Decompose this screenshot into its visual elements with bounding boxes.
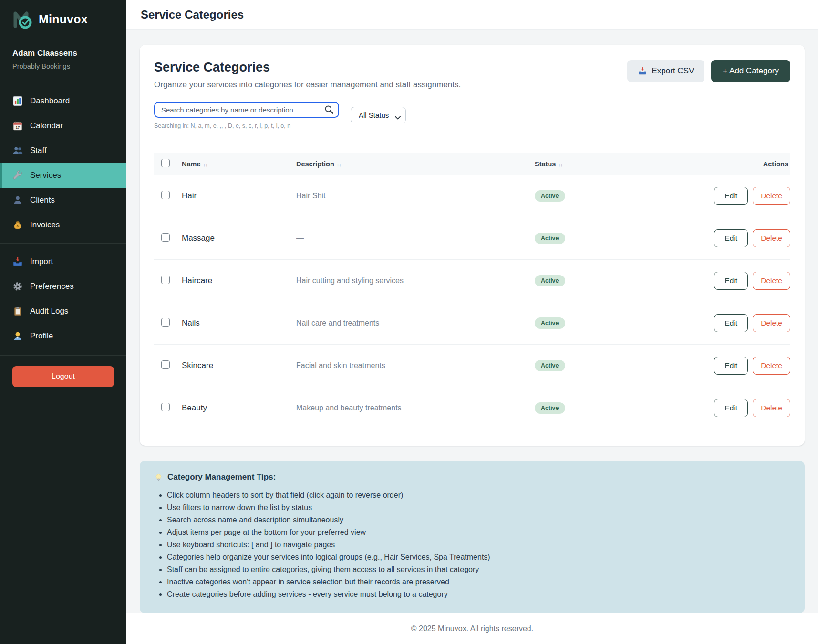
- tips-list: Click column headers to sort by that fie…: [157, 489, 790, 601]
- clipboard-icon: [12, 306, 23, 317]
- minuvox-logo-icon: [11, 9, 32, 30]
- category-description: —: [291, 217, 530, 260]
- svg-text:17: 17: [16, 125, 20, 130]
- edit-button[interactable]: Edit: [714, 314, 748, 332]
- tip-item: Categories help organize your services i…: [167, 551, 790, 563]
- user-info: Adam Claassens Probably Bookings: [0, 39, 126, 81]
- sidebar-item-profile[interactable]: Profile: [0, 324, 126, 348]
- export-csv-button[interactable]: Export CSV: [627, 60, 705, 82]
- sidebar-item-label: Services: [30, 171, 61, 180]
- edit-button[interactable]: Edit: [714, 187, 748, 205]
- row-checkbox[interactable]: [161, 360, 170, 369]
- edit-button[interactable]: Edit: [714, 357, 748, 375]
- row-checkbox[interactable]: [161, 191, 170, 199]
- page-title: Service Categories: [141, 8, 244, 21]
- table-row: Nails Nail care and treatments Active Ed…: [154, 302, 790, 345]
- column-header-name[interactable]: Name↑↓: [177, 153, 291, 175]
- category-description: Hair cutting and styling services: [291, 260, 530, 302]
- svg-text:$: $: [16, 224, 19, 228]
- table-row: Beauty Makeup and beauty treatments Acti…: [154, 387, 790, 429]
- sort-icon: ↑↓: [558, 162, 562, 167]
- sidebar-item-label: Preferences: [30, 282, 74, 291]
- category-description: Facial and skin treatments: [291, 345, 530, 387]
- category-name: Haircare: [177, 260, 291, 302]
- row-checkbox[interactable]: [161, 233, 170, 242]
- divider: [154, 142, 790, 142]
- sidebar-item-calendar[interactable]: 17 Calendar: [0, 113, 126, 138]
- edit-button[interactable]: Edit: [714, 399, 748, 417]
- tip-item: Create categories before adding services…: [167, 588, 790, 601]
- sidebar-item-label: Invoices: [30, 220, 60, 230]
- sidebar-nav: Dashboard 17 Calendar Staff Services Cli…: [0, 81, 126, 348]
- tips-title: Category Management Tips:: [167, 472, 276, 482]
- sort-icon: ↑↓: [203, 162, 207, 167]
- tip-item: Use keyboard shortcuts: [ and ] to navig…: [167, 539, 790, 551]
- status-badge: Active: [535, 360, 565, 371]
- main-area: Service Categories Service Categories Or…: [126, 0, 818, 644]
- sidebar-item-dashboard[interactable]: Dashboard: [0, 89, 126, 113]
- search-input[interactable]: [154, 102, 339, 118]
- sidebar-item-label: Staff: [30, 146, 47, 155]
- status-badge: Active: [535, 402, 565, 414]
- delete-button[interactable]: Delete: [753, 314, 790, 332]
- sidebar-item-services[interactable]: Services: [0, 163, 126, 188]
- tip-item: Adjust items per page at the bottom for …: [167, 526, 790, 539]
- sidebar-item-staff[interactable]: Staff: [0, 138, 126, 163]
- sidebar-item-label: Audit Logs: [30, 307, 68, 316]
- tip-item: Staff can be assigned to entire categori…: [167, 563, 790, 576]
- sidebar-item-label: Profile: [30, 331, 53, 341]
- user-name: Adam Claassens: [12, 49, 114, 58]
- table-row: Haircare Hair cutting and styling servic…: [154, 260, 790, 302]
- sort-icon: ↑↓: [337, 162, 341, 167]
- sidebar-item-import[interactable]: Import: [0, 249, 126, 274]
- category-name: Massage: [177, 217, 291, 260]
- delete-button[interactable]: Delete: [753, 229, 790, 247]
- column-header-status[interactable]: Status↑↓: [530, 153, 673, 175]
- category-name: Beauty: [177, 387, 291, 429]
- table-row: Skincare Facial and skin treatments Acti…: [154, 345, 790, 387]
- brand-header: Minuvox: [0, 0, 126, 39]
- status-badge: Active: [535, 317, 565, 329]
- column-header-description[interactable]: Description↑↓: [291, 153, 530, 175]
- delete-button[interactable]: Delete: [753, 272, 790, 290]
- sidebar-item-preferences[interactable]: Preferences: [0, 274, 126, 299]
- tip-item: Use filters to narrow down the list by s…: [167, 501, 790, 514]
- sidebar-item-clients[interactable]: Clients: [0, 188, 126, 213]
- logout-button[interactable]: Logout: [12, 366, 114, 387]
- delete-button[interactable]: Delete: [753, 187, 790, 205]
- search-hint: Searching in: N, a, m, e, ,, , D, e, s, …: [154, 123, 339, 129]
- sidebar-item-audit-logs[interactable]: Audit Logs: [0, 299, 126, 324]
- tip-item: Click column headers to sort by that fie…: [167, 489, 790, 501]
- add-category-button[interactable]: + Add Category: [711, 60, 790, 82]
- inbox-tray-icon: [12, 256, 23, 267]
- delete-button[interactable]: Delete: [753, 357, 790, 375]
- edit-button[interactable]: Edit: [714, 272, 748, 290]
- column-header-actions: Actions: [673, 153, 790, 175]
- wrench-icon: [12, 170, 23, 181]
- service-categories-card: Service Categories Organize your service…: [140, 45, 805, 446]
- category-name: Hair: [177, 175, 291, 217]
- status-badge: Active: [535, 233, 565, 244]
- logout-section: Logout: [0, 355, 126, 398]
- two-people-icon: [12, 145, 23, 156]
- delete-button[interactable]: Delete: [753, 399, 790, 417]
- row-checkbox[interactable]: [161, 276, 170, 284]
- tips-box: Category Management Tips: Click column h…: [140, 461, 805, 613]
- status-filter-select[interactable]: All Status: [351, 107, 406, 123]
- sidebar-item-invoices[interactable]: $ Invoices: [0, 213, 126, 237]
- lightbulb-icon: [154, 473, 163, 482]
- select-all-checkbox[interactable]: [161, 159, 170, 167]
- edit-button[interactable]: Edit: [714, 229, 748, 247]
- category-name: Skincare: [177, 345, 291, 387]
- categories-table: Name↑↓ Description↑↓ Status↑↓ Actions Ha…: [154, 153, 790, 429]
- user-company: Probably Bookings: [12, 62, 114, 70]
- content: Service Categories Organize your service…: [126, 30, 818, 613]
- row-checkbox[interactable]: [161, 403, 170, 411]
- bar-chart-icon: [12, 96, 23, 106]
- category-description: Makeup and beauty treatments: [291, 387, 530, 429]
- page-footer: © 2025 Minuvox. All rights reserved.: [126, 613, 818, 644]
- tip-item: Search across name and description simul…: [167, 514, 790, 526]
- row-checkbox[interactable]: [161, 318, 170, 327]
- person-face-icon: [12, 331, 23, 341]
- sidebar-item-label: Calendar: [30, 121, 63, 131]
